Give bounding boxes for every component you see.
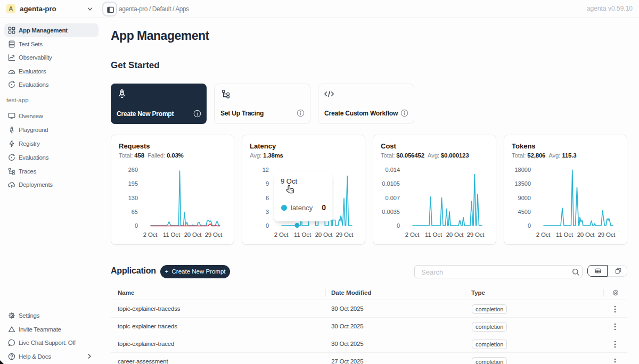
svg-text:6: 6	[266, 195, 269, 201]
svg-text:9: 9	[266, 180, 269, 187]
svg-text:11 Oct: 11 Oct	[294, 231, 312, 238]
svg-text:9000: 9000	[518, 195, 531, 201]
svg-text:20 Oct: 20 Oct	[315, 231, 333, 238]
svg-text:0.0035: 0.0035	[382, 209, 400, 215]
svg-text:29 Oct: 29 Oct	[336, 231, 354, 238]
svg-text:2 Oct: 2 Oct	[405, 231, 420, 238]
svg-text:130: 130	[128, 195, 138, 201]
svg-text:0.014: 0.014	[385, 167, 400, 173]
svg-text:2 Oct: 2 Oct	[536, 231, 551, 238]
svg-text:0.007: 0.007	[385, 195, 400, 201]
svg-text:0.0105: 0.0105	[382, 180, 400, 187]
svg-text:0: 0	[135, 222, 138, 229]
svg-text:11 Oct: 11 Oct	[556, 231, 574, 238]
svg-text:11 Oct: 11 Oct	[163, 231, 181, 238]
svg-text:18000: 18000	[514, 167, 531, 173]
svg-text:260: 260	[128, 167, 138, 173]
svg-text:13500: 13500	[514, 180, 531, 187]
svg-text:2 Oct: 2 Oct	[274, 231, 289, 238]
svg-text:4500: 4500	[518, 209, 531, 215]
svg-text:3: 3	[266, 209, 269, 215]
svg-text:0: 0	[397, 222, 400, 229]
svg-text:12: 12	[263, 167, 269, 173]
svg-text:195: 195	[128, 180, 138, 187]
svg-text:29 Oct: 29 Oct	[598, 231, 616, 238]
svg-text:20 Oct: 20 Oct	[577, 231, 595, 238]
svg-text:0: 0	[266, 222, 269, 229]
svg-text:29 Oct: 29 Oct	[467, 231, 485, 238]
svg-text:11 Oct: 11 Oct	[425, 231, 443, 238]
svg-text:65: 65	[132, 209, 138, 215]
svg-text:20 Oct: 20 Oct	[184, 231, 202, 238]
svg-text:20 Oct: 20 Oct	[446, 231, 464, 238]
svg-text:0: 0	[528, 222, 531, 229]
svg-text:2 Oct: 2 Oct	[143, 231, 158, 238]
svg-text:29 Oct: 29 Oct	[205, 231, 223, 238]
